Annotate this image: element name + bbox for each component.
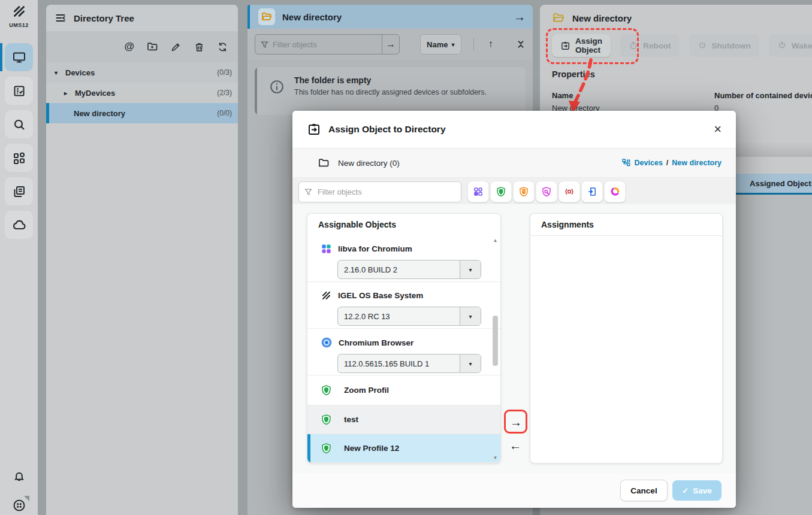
list-item-igel-os[interactable]: IGEL OS Base System 12.2.0 RC 13 ▾ [307,282,500,329]
version-select[interactable]: 12.2.0 RC 13 ▾ [337,307,481,326]
rail-item-search[interactable] [5,110,33,138]
directory-tree-header: Directory Tree [46,5,238,31]
tree-node-label: Devices [65,68,95,77]
igel-logo-icon [11,4,27,19]
tree-node-devices[interactable]: ▾ Devices (0/3) [46,62,238,83]
shutdown-button[interactable]: Shutdown [689,34,759,57]
target-directory: New directory (0) [318,157,400,169]
delete-icon[interactable] [194,41,205,53]
breadcrumb-current[interactable]: New directory [672,159,722,167]
filter-master-profiles-button[interactable] [536,181,557,202]
notifications-button[interactable] [0,469,38,484]
tree-node-mydevices[interactable]: ▸ MyDevices (2/3) [46,83,238,103]
sort-by-button[interactable]: Name ▾ [420,34,461,54]
collapse-all-icon[interactable] [516,40,526,49]
tree-structure-icon [621,158,631,168]
caret-down-icon[interactable]: ▾ [55,69,61,76]
assignable-objects-title: Assignable Objects [307,214,500,236]
support-button[interactable] [0,498,38,513]
selected-indicator [46,103,49,123]
assignable-objects-list: libva for Chromium 2.16.0 BUILD 2 ▾ IGEL… [307,235,500,463]
igel-logo-icon [321,290,332,301]
tooltip-pointer [24,496,29,501]
rail-item-apps[interactable] [5,144,33,172]
libva-app-icon [321,243,332,255]
list-item-test[interactable]: test [307,405,500,434]
refresh-icon[interactable] [217,41,228,53]
tree-node-new-directory[interactable]: New directory (0/0) [46,103,238,123]
folder-plus-icon[interactable] [146,41,158,53]
unassign-arrow-button[interactable]: ← [509,440,521,452]
mention-icon[interactable]: @ [124,41,134,53]
apply-filter-arrow-icon[interactable]: → [382,35,399,54]
profile-shield-icon [496,186,506,197]
template-key-icon [609,186,620,197]
breadcrumb-separator: / [666,159,668,167]
folder-icon [318,157,330,169]
ums-app: UMS12 Directory Tree [0,0,812,515]
chromium-icon [321,337,333,349]
reboot-button[interactable]: Reboot [620,34,680,57]
profile-shield-icon [321,384,332,396]
search-icon [12,117,26,132]
property-device-count: Number of contained devices 0 [714,91,812,113]
save-button[interactable]: ✓ Save [672,480,722,501]
breadcrumb: Devices / New directory [621,158,722,168]
scrollbar-thumb[interactable] [493,316,498,366]
rail-item-configurations[interactable] [5,177,33,205]
checklist-icon [12,84,26,98]
dialog-filter-input[interactable] [316,187,456,197]
version-select[interactable]: 2.16.0 BUILD 2 ▾ [337,260,481,279]
object-type-filters [467,181,626,202]
dialog-body: Assignable Objects libva for Chromium 2.… [292,204,736,473]
content-panel-header: New directory → [247,5,533,29]
rail-item-devices[interactable] [5,43,33,71]
cancel-label: Cancel [630,486,657,495]
filter-priority-profiles-button[interactable] [513,181,535,202]
monitor-icon [12,50,26,65]
scroll-down-icon[interactable]: ▼ [491,455,499,461]
version-select[interactable]: 112.0.5615.165 BUILD 1 ▾ [337,354,481,373]
wake-icon [777,41,787,50]
dialog-title: Assign Object to Directory [328,124,446,135]
selected-indicator [307,434,310,462]
filter-apps-button[interactable] [467,181,489,202]
close-icon[interactable]: × [714,123,722,136]
content-filter-input[interactable] [269,40,382,49]
list-item-chromium[interactable]: Chromium Browser 112.0.5615.165 BUILD 1 … [307,329,500,375]
filter-profiles-button[interactable] [490,181,512,202]
list-scrollbar[interactable]: ▲ ▼ [491,237,499,462]
collapse-sidebar-icon[interactable] [55,12,67,24]
directory-tree-title: Directory Tree [74,13,134,23]
version-value: 12.2.0 RC 13 [338,312,460,321]
filter-firmware-customizations-button[interactable] [559,181,580,202]
property-count-label: Number of contained devices [714,91,812,100]
list-item-zoom-profil[interactable]: Zoom Profil [307,375,500,405]
cancel-button[interactable]: Cancel [620,480,668,501]
list-item-new-profile-12[interactable]: New Profile 12 [307,434,500,463]
list-item-libva[interactable]: libva for Chromium 2.16.0 BUILD 2 ▾ [307,235,500,282]
app-logo: UMS12 [0,4,38,28]
info-icon [269,79,285,95]
caret-down-icon: ▾ [452,41,455,48]
sort-by-label: Name [427,40,448,49]
assign-arrow-button[interactable]: → [510,416,522,428]
directory-tree-toolbar: @ [46,31,238,62]
caret-down-icon: ▾ [460,307,481,325]
rail-item-jobs[interactable] [5,77,33,105]
edit-icon[interactable] [170,41,182,53]
breadcrumb-root[interactable]: Devices [635,159,663,167]
open-detail-arrow-icon[interactable]: → [514,10,526,24]
sort-direction-icon[interactable]: ↑ [488,38,494,50]
filter-files-button[interactable] [581,181,603,202]
assignments-title: Assignments [530,214,722,236]
wake-button[interactable]: Wake [769,34,812,57]
rail-item-cloud[interactable] [5,211,33,239]
master-profile-icon [541,186,552,197]
scroll-up-icon[interactable]: ▲ [491,238,499,243]
filter-template-keys-button[interactable] [604,181,626,202]
assign-object-button[interactable]: Assign Object [552,34,611,57]
tree-node-label: MyDevices [75,89,115,98]
caret-right-icon[interactable]: ▸ [64,90,70,96]
empty-folder-title: The folder is empty [294,75,487,85]
